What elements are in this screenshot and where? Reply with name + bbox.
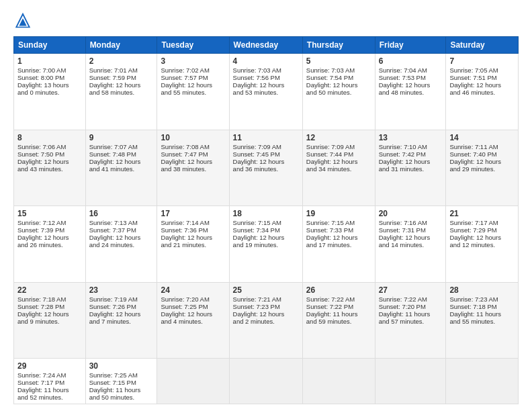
- day-info-line: and 50 minutes.: [306, 89, 371, 96]
- day-number: 27: [379, 285, 443, 295]
- calendar-table: SundayMondayTuesdayWednesdayThursdayFrid…: [13, 36, 519, 404]
- day-info-line: Sunrise: 7:12 AM: [17, 219, 82, 226]
- calendar-cell: 5Sunrise: 7:03 AMSunset: 7:54 PMDaylight…: [302, 54, 375, 130]
- day-info-line: Sunset: 7:37 PM: [89, 226, 154, 234]
- day-number: 6: [379, 56, 443, 66]
- day-info-line: Daylight: 11 hours: [379, 310, 443, 318]
- day-info-line: Sunset: 7:29 PM: [449, 226, 515, 234]
- calendar-body: 1Sunrise: 7:00 AMSunset: 8:00 PMDaylight…: [14, 54, 519, 404]
- day-info-line: and 58 minutes.: [89, 89, 154, 96]
- calendar-cell: 10Sunrise: 7:08 AMSunset: 7:47 PMDayligh…: [157, 130, 229, 206]
- day-number: 4: [233, 56, 299, 66]
- calendar-header-cell: Friday: [375, 37, 446, 54]
- day-info-line: and 2 minutes.: [233, 318, 299, 325]
- calendar-cell: 25Sunrise: 7:21 AMSunset: 7:23 PMDayligh…: [229, 282, 302, 359]
- day-info-line: Sunrise: 7:17 AM: [449, 219, 515, 226]
- calendar-cell: 24Sunrise: 7:20 AMSunset: 7:25 PMDayligh…: [157, 282, 229, 359]
- day-info-line: Sunset: 7:42 PM: [379, 150, 443, 158]
- day-info-line: and 36 minutes.: [233, 165, 299, 173]
- day-info-line: Sunrise: 7:10 AM: [379, 143, 443, 150]
- day-info-line: and 31 minutes.: [379, 165, 443, 173]
- calendar-cell: [229, 359, 302, 404]
- calendar-cell: 12Sunrise: 7:09 AMSunset: 7:44 PMDayligh…: [302, 130, 375, 206]
- day-number: 8: [17, 133, 82, 142]
- day-info-line: Sunset: 7:34 PM: [233, 226, 299, 234]
- day-number: 2: [89, 56, 154, 66]
- calendar-header-cell: Wednesday: [229, 37, 302, 54]
- day-info-line: Sunrise: 7:01 AM: [89, 66, 154, 74]
- day-number: 10: [161, 133, 225, 142]
- day-info-line: Sunrise: 7:09 AM: [233, 143, 299, 150]
- day-number: 12: [306, 133, 371, 142]
- day-info-line: Sunset: 7:15 PM: [89, 379, 154, 386]
- day-info-line: Sunrise: 7:11 AM: [449, 143, 515, 150]
- day-info-line: Sunset: 7:53 PM: [379, 74, 443, 81]
- day-info-line: and 41 minutes.: [89, 165, 154, 173]
- calendar-cell: 19Sunrise: 7:15 AMSunset: 7:33 PMDayligh…: [302, 206, 375, 283]
- day-info-line: Daylight: 12 hours: [306, 81, 371, 89]
- calendar-header-row: SundayMondayTuesdayWednesdayThursdayFrid…: [14, 37, 519, 54]
- day-info-line: Sunrise: 7:15 AM: [306, 219, 371, 226]
- day-info-line: and 17 minutes.: [306, 241, 371, 248]
- day-info-line: and 53 minutes.: [233, 89, 299, 96]
- day-info-line: and 21 minutes.: [161, 241, 225, 248]
- day-info-line: Sunrise: 7:06 AM: [17, 143, 82, 150]
- day-info-line: and 34 minutes.: [306, 165, 371, 173]
- day-info-line: Sunset: 7:36 PM: [161, 226, 225, 234]
- day-number: 11: [233, 133, 299, 142]
- day-info-line: and 26 minutes.: [17, 241, 82, 248]
- day-info-line: Daylight: 12 hours: [161, 81, 225, 89]
- day-info-line: Sunrise: 7:20 AM: [161, 295, 225, 303]
- day-info-line: Sunrise: 7:15 AM: [233, 219, 299, 226]
- logo: [13, 11, 35, 30]
- day-info-line: Sunset: 7:25 PM: [161, 303, 225, 310]
- day-number: 9: [89, 133, 154, 142]
- day-info-line: Sunset: 7:33 PM: [306, 226, 371, 234]
- calendar-cell: 6Sunrise: 7:04 AMSunset: 7:53 PMDaylight…: [375, 54, 446, 130]
- day-info-line: Sunrise: 7:22 AM: [306, 295, 371, 303]
- calendar-cell: 18Sunrise: 7:15 AMSunset: 7:34 PMDayligh…: [229, 206, 302, 283]
- calendar-cell: [446, 359, 519, 404]
- day-info-line: Sunset: 7:40 PM: [449, 150, 515, 158]
- day-info-line: Sunset: 7:56 PM: [233, 74, 299, 81]
- page: SundayMondayTuesdayWednesdayThursdayFrid…: [0, 0, 532, 411]
- day-info-line: Daylight: 12 hours: [89, 81, 154, 89]
- day-number: 24: [161, 285, 225, 295]
- day-info-line: and 55 minutes.: [449, 318, 515, 325]
- day-info-line: Sunset: 7:39 PM: [17, 226, 82, 234]
- day-info-line: Daylight: 12 hours: [379, 158, 443, 165]
- day-info-line: Sunrise: 7:18 AM: [17, 295, 82, 303]
- day-info-line: Sunrise: 7:07 AM: [89, 143, 154, 150]
- day-info-line: Daylight: 12 hours: [89, 158, 154, 165]
- calendar-cell: 20Sunrise: 7:16 AMSunset: 7:31 PMDayligh…: [375, 206, 446, 283]
- day-number: 18: [233, 209, 299, 218]
- day-info-line: Daylight: 12 hours: [161, 310, 225, 318]
- day-info-line: and 52 minutes.: [17, 394, 82, 401]
- day-info-line: Sunset: 7:47 PM: [161, 150, 225, 158]
- day-number: 26: [306, 285, 371, 295]
- calendar-cell: 15Sunrise: 7:12 AMSunset: 7:39 PMDayligh…: [14, 206, 86, 283]
- day-number: 30: [89, 361, 154, 371]
- day-info-line: and 38 minutes.: [161, 165, 225, 173]
- day-info-line: Sunrise: 7:24 AM: [17, 371, 82, 379]
- day-info-line: Sunset: 7:48 PM: [89, 150, 154, 158]
- calendar-header-cell: Tuesday: [157, 37, 229, 54]
- day-info-line: Sunset: 7:23 PM: [233, 303, 299, 310]
- day-info-line: Sunrise: 7:04 AM: [379, 66, 443, 74]
- day-info-line: Sunrise: 7:05 AM: [449, 66, 515, 74]
- day-info-line: Sunset: 7:45 PM: [233, 150, 299, 158]
- day-number: 28: [449, 285, 515, 295]
- day-info-line: and 9 minutes.: [17, 318, 82, 325]
- calendar-cell: 29Sunrise: 7:24 AMSunset: 7:17 PMDayligh…: [14, 359, 86, 404]
- day-info-line: and 55 minutes.: [161, 89, 225, 96]
- day-info-line: and 46 minutes.: [449, 89, 515, 96]
- day-number: 22: [17, 285, 82, 295]
- calendar-cell: 4Sunrise: 7:03 AMSunset: 7:56 PMDaylight…: [229, 54, 302, 130]
- calendar-cell: 21Sunrise: 7:17 AMSunset: 7:29 PMDayligh…: [446, 206, 519, 283]
- calendar-header-cell: Monday: [85, 37, 157, 54]
- day-number: 29: [17, 361, 82, 371]
- day-info-line: and 14 minutes.: [379, 241, 443, 248]
- day-number: 16: [89, 209, 154, 218]
- calendar-cell: 14Sunrise: 7:11 AMSunset: 7:40 PMDayligh…: [446, 130, 519, 206]
- day-info-line: Daylight: 12 hours: [379, 81, 443, 89]
